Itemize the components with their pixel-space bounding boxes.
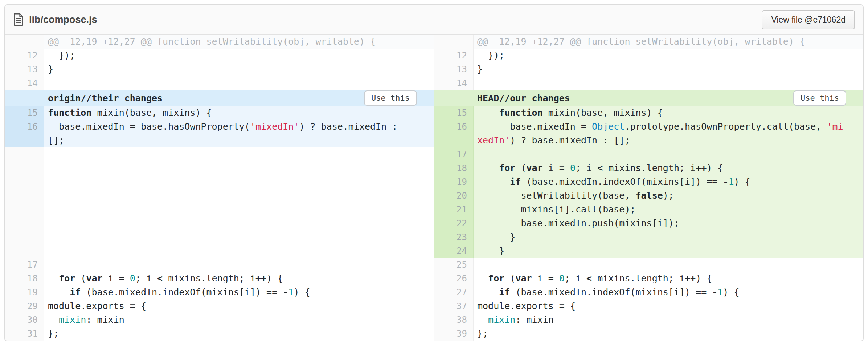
code-line: 23 } bbox=[434, 230, 863, 244]
use-this-button-left[interactable]: Use this bbox=[364, 90, 417, 106]
code-display-line: if (base.mixedIn.indexOf(mixins[i]) == -… bbox=[477, 175, 863, 189]
line-number: 29 bbox=[5, 299, 44, 313]
line-number: 18 bbox=[434, 161, 474, 175]
line-number: 17 bbox=[434, 147, 474, 161]
code-content: base.mixedIn.push(mixins[i]); bbox=[474, 216, 863, 230]
code-line: 25 bbox=[434, 258, 863, 272]
hunk-header-text: @@ -12,19 +12,27 @@ function setWritabil… bbox=[44, 35, 434, 49]
code-line: 24 } bbox=[434, 244, 863, 258]
code-content: setWritability(base, false); bbox=[474, 189, 863, 203]
view-file-button[interactable]: View file @e71062d bbox=[762, 10, 855, 29]
code-content: }; bbox=[44, 327, 434, 341]
code-line: 17 bbox=[434, 147, 863, 161]
line-number: 37 bbox=[434, 299, 474, 313]
use-this-button-right[interactable]: Use this bbox=[793, 90, 846, 106]
code-content: } bbox=[44, 62, 434, 76]
code-display-line: base.mixedIn.push(mixins[i]); bbox=[477, 216, 863, 230]
code-line: 39}; bbox=[434, 327, 863, 341]
line-number: 14 bbox=[434, 76, 474, 90]
code-content bbox=[474, 258, 863, 272]
file-icon bbox=[13, 13, 24, 26]
line-number: 15 bbox=[5, 106, 44, 120]
file-header: lib/compose.js View file @e71062d bbox=[5, 5, 863, 35]
code-display-line: setWritability(base, false); bbox=[477, 189, 863, 203]
code-display-line: }; bbox=[48, 327, 434, 341]
code-content: }; bbox=[474, 327, 863, 341]
code-line: 13} bbox=[434, 62, 863, 76]
code-line: 14 bbox=[5, 76, 434, 90]
left-pane-their-changes: @@ -12,19 +12,27 @@ function setWritabil… bbox=[5, 35, 434, 341]
code-display-line: } bbox=[477, 230, 863, 244]
code-display-line: if (base.mixedIn.indexOf(mixins[i]) == -… bbox=[48, 285, 434, 299]
code-content: for (var i = 0; i < mixins.length; i++) … bbox=[474, 161, 863, 175]
code-line: 12 }); bbox=[5, 49, 434, 62]
line-number: 13 bbox=[5, 62, 44, 76]
code-display-line: mixins[i].call(base); bbox=[477, 203, 863, 216]
line-number-gutter bbox=[5, 35, 44, 49]
code-content bbox=[474, 76, 863, 90]
line-number-gutter bbox=[5, 147, 44, 258]
code-display-line: xedIn') ? base.mixedIn : []; bbox=[477, 134, 863, 147]
code-line: 18 for (var i = 0; i < mixins.length; i+… bbox=[5, 272, 434, 285]
line-number: 38 bbox=[434, 313, 474, 327]
line-number: 16 bbox=[434, 120, 474, 147]
code-content: if (base.mixedIn.indexOf(mixins[i]) == -… bbox=[44, 285, 434, 299]
code-content: mixin: mixin bbox=[474, 313, 863, 327]
code-line: 15 function mixin(base, mixins) { bbox=[434, 106, 863, 120]
code-line: 26 for (var i = 0; i < mixins.length; i+… bbox=[434, 272, 863, 285]
code-display-line: mixin: mixin bbox=[477, 313, 863, 327]
code-content: module.exports = { bbox=[44, 299, 434, 313]
alignment-filler bbox=[5, 147, 434, 258]
code-display-line: for (var i = 0; i < mixins.length; i++) … bbox=[477, 272, 863, 285]
code-content bbox=[474, 147, 863, 161]
line-number: 24 bbox=[434, 244, 474, 258]
code-display-line: base.mixedIn = Object.prototype.hasOwnPr… bbox=[477, 120, 863, 134]
code-content: mixins[i].call(base); bbox=[474, 203, 863, 216]
code-line: 18 for (var i = 0; i < mixins.length; i+… bbox=[434, 161, 863, 175]
line-number: 12 bbox=[434, 49, 474, 62]
hunk-header-line: @@ -12,19 +12,27 @@ function setWritabil… bbox=[48, 35, 434, 49]
code-display-line: function mixin(base, mixins) { bbox=[477, 106, 863, 120]
code-display-line: module.exports = { bbox=[48, 299, 434, 313]
line-number: 27 bbox=[434, 285, 474, 299]
code-display-line: }); bbox=[477, 49, 863, 62]
line-number: 25 bbox=[434, 258, 474, 272]
code-display-line: for (var i = 0; i < mixins.length; i++) … bbox=[477, 161, 863, 175]
code-content: for (var i = 0; i < mixins.length; i++) … bbox=[44, 272, 434, 285]
line-number: 17 bbox=[5, 258, 44, 272]
code-line: 38 mixin: mixin bbox=[434, 313, 863, 327]
hunk-header-row: @@ -12,19 +12,27 @@ function setWritabil… bbox=[5, 35, 434, 49]
line-number: 13 bbox=[434, 62, 474, 76]
code-line: 19 if (base.mixedIn.indexOf(mixins[i]) =… bbox=[5, 285, 434, 299]
code-display-line: for (var i = 0; i < mixins.length; i++) … bbox=[48, 272, 434, 285]
code-content: }); bbox=[44, 49, 434, 62]
file-diff-panel: lib/compose.js View file @e71062d @@ -12… bbox=[4, 4, 864, 341]
conflict-source-label: HEAD//our changes bbox=[477, 93, 570, 104]
code-line: 22 base.mixedIn.push(mixins[i]); bbox=[434, 216, 863, 230]
line-number: 39 bbox=[434, 327, 474, 341]
conflict-header-row-their: origin//their changesUse this bbox=[5, 90, 434, 106]
line-number: 12 bbox=[5, 49, 44, 62]
code-content bbox=[44, 258, 434, 272]
code-line: 31}; bbox=[5, 327, 434, 341]
code-content: mixin: mixin bbox=[44, 313, 434, 327]
hunk-header-line: @@ -12,19 +12,27 @@ function setWritabil… bbox=[477, 35, 863, 49]
line-number: 18 bbox=[5, 272, 44, 285]
line-number: 19 bbox=[5, 285, 44, 299]
code-line: 21 mixins[i].call(base); bbox=[434, 203, 863, 216]
code-display-line: } bbox=[477, 62, 863, 76]
code-line: 15function mixin(base, mixins) { bbox=[5, 106, 434, 120]
line-number-gutter bbox=[434, 35, 474, 49]
line-number: 16 bbox=[5, 120, 44, 147]
code-line: 12 }); bbox=[434, 49, 863, 62]
code-line: 13} bbox=[5, 62, 434, 76]
line-number: 22 bbox=[434, 216, 474, 230]
code-line: 16 base.mixedIn = Object.prototype.hasOw… bbox=[434, 120, 863, 147]
split-diff: @@ -12,19 +12,27 @@ function setWritabil… bbox=[5, 35, 863, 341]
code-content: if (base.mixedIn.indexOf(mixins[i]) == -… bbox=[474, 175, 863, 189]
code-display-line: module.exports = { bbox=[477, 299, 863, 313]
conflict-header-row-our: HEAD//our changesUse this bbox=[434, 90, 863, 106]
code-display-line: }); bbox=[48, 49, 434, 62]
code-line: 14 bbox=[434, 76, 863, 90]
line-number: 15 bbox=[434, 106, 474, 120]
